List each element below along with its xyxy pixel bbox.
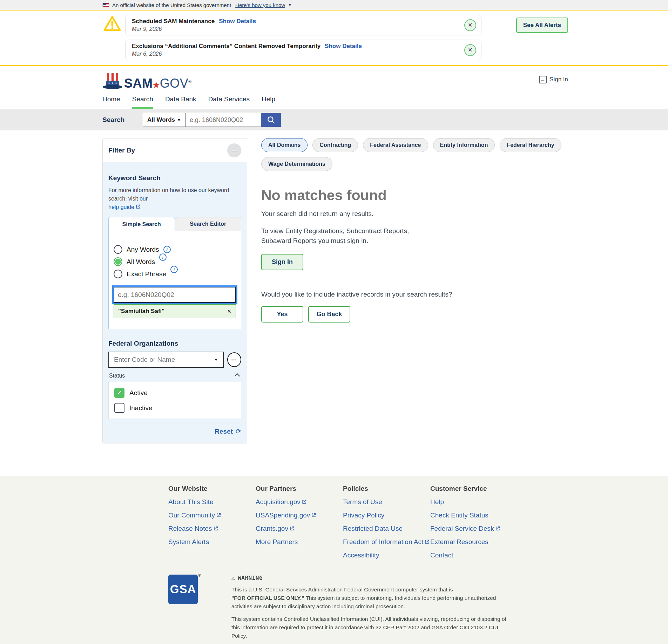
info-icon[interactable]: i — [170, 266, 178, 273]
footer-link-freedom-of-information-act[interactable]: Freedom of Information Act — [343, 538, 430, 546]
select-caret-icon: ▼ — [177, 118, 181, 122]
alert-close-button[interactable]: ✕ — [464, 19, 476, 31]
alert-title: Exclusions “Additional Comments” Content… — [132, 43, 320, 49]
footer-link-federal-service-desk[interactable]: Federal Service Desk — [430, 525, 518, 533]
radio-all-words[interactable] — [114, 257, 122, 266]
alert-box: Scheduled SAM MaintenanceShow DetailsMar… — [125, 15, 481, 35]
reset-filters-link[interactable]: Reset ⟳ — [108, 427, 241, 435]
info-icon[interactable]: i — [163, 246, 171, 253]
filter-collapse-button[interactable]: — — [227, 143, 241, 157]
radio-label: Any Words — [127, 246, 159, 253]
radio-exact-phrase[interactable] — [114, 270, 122, 278]
external-link-icon — [424, 539, 430, 544]
domain-tab-all-domains[interactable]: All Domains — [261, 138, 308, 152]
footer-link-about-this-site[interactable]: About This Site — [168, 498, 256, 506]
domain-tab-wage-determinations[interactable]: Wage Determinations — [261, 157, 332, 171]
signin-top-link[interactable]: ← Sign In — [539, 76, 568, 83]
external-link-icon — [289, 526, 295, 531]
footer-link-more-partners[interactable]: More Partners — [256, 538, 343, 546]
signin-arrow-icon: ← — [539, 76, 547, 83]
footer-link-our-community[interactable]: Our Community — [168, 511, 256, 519]
warning-triangle-icon — [103, 15, 125, 32]
site-header: SAM★GOV® ← Sign In — [0, 66, 668, 90]
warning-paragraph-2: This system contains Controlled Unclassi… — [231, 615, 508, 640]
search-submit-button[interactable] — [261, 113, 281, 127]
domain-tab-federal-assistance[interactable]: Federal Assistance — [363, 138, 428, 152]
tab-search-editor[interactable]: Search Editor — [175, 217, 242, 231]
alert-show-details-link[interactable]: Show Details — [219, 18, 256, 25]
radio-label: All Words — [127, 258, 155, 266]
alert-close-button[interactable]: ✕ — [464, 44, 476, 56]
alert-title-line: Scheduled SAM MaintenanceShow Details — [132, 18, 460, 25]
footer-link-accessibility[interactable]: Accessibility — [343, 551, 430, 559]
nav-item-search[interactable]: Search — [132, 95, 153, 109]
footer-link-system-alerts[interactable]: System Alerts — [168, 538, 256, 546]
status-option-inactive[interactable]: Inactive — [114, 403, 235, 413]
us-flag-icon — [102, 3, 109, 7]
sam-gov-logo[interactable]: SAM★GOV® — [102, 72, 192, 90]
info-icon[interactable]: i — [159, 253, 167, 261]
radio-option-row: All Wordsi — [114, 257, 236, 266]
footer-column: Our WebsiteAbout This SiteOur CommunityR… — [168, 485, 256, 565]
alert-show-details-link[interactable]: Show Details — [325, 43, 362, 49]
search-mode-select[interactable]: All Words ▼ — [143, 113, 185, 127]
footer-link-check-entity-status[interactable]: Check Entity Status — [430, 511, 518, 519]
status-heading: Status — [109, 373, 125, 379]
keyword-input[interactable] — [114, 287, 236, 303]
status-section-toggle[interactable]: Status — [109, 373, 241, 379]
radio-option-row: Any Wordsi — [114, 245, 236, 254]
reset-label: Reset — [215, 428, 233, 435]
filter-panel: Filter By — Keyword Search For more info… — [102, 138, 247, 443]
footer-link-privacy-policy[interactable]: Privacy Policy — [343, 511, 430, 519]
footer-link-terms-of-use[interactable]: Terms of Use — [343, 498, 430, 506]
domain-tab-contracting[interactable]: Contracting — [312, 138, 358, 152]
warning-heading: WARNING — [238, 575, 263, 581]
checkbox-active[interactable]: ✓ — [114, 388, 124, 398]
search-mode-value: All Words — [147, 116, 175, 123]
results-area: All DomainsContractingFederal Assistance… — [261, 138, 570, 323]
external-link-icon — [495, 526, 500, 531]
simple-search-panel: Any WordsiAll WordsiExact Phrasei "Samiu… — [108, 231, 241, 329]
nav-item-data-services[interactable]: Data Services — [208, 95, 250, 109]
footer-link-usaspending-gov[interactable]: USASpending.gov — [256, 511, 343, 519]
warning-paragraph-1: This is a U.S. General Services Administ… — [231, 585, 508, 611]
gov-banner-text: An official website of the United States… — [112, 2, 231, 8]
status-options-box: ✓ActiveInactive — [108, 382, 241, 419]
tab-simple-search[interactable]: Simple Search — [108, 217, 175, 231]
footer-column-heading: Our Partners — [256, 485, 343, 493]
footer-link-help[interactable]: Help — [430, 498, 518, 506]
chevron-down-icon: ▼ — [288, 3, 292, 7]
footer-link-external-resources[interactable]: External Resources — [430, 538, 518, 546]
see-all-alerts-button[interactable]: See All Alerts — [516, 18, 568, 33]
status-option-active[interactable]: ✓Active — [114, 388, 235, 398]
signin-top-label: Sign In — [549, 76, 568, 83]
how-you-know-link[interactable]: Here's how you know — [235, 2, 285, 8]
radio-any-words[interactable] — [114, 245, 122, 254]
footer-link-acquisition-gov[interactable]: Acquisition.gov — [256, 498, 343, 506]
federal-org-combobox[interactable]: Enter Code or Name ▼ — [108, 352, 224, 368]
keyword-search-heading: Keyword Search — [108, 174, 241, 182]
main-nav: HomeSearchData BankData ServicesHelp — [0, 90, 668, 109]
remove-tag-icon[interactable]: ✕ — [227, 308, 231, 314]
external-link-icon — [216, 513, 221, 518]
nav-item-data-bank[interactable]: Data Bank — [165, 95, 196, 109]
domain-tab-federal-hierarchy[interactable]: Federal Hierarchy — [500, 138, 561, 152]
nav-item-help[interactable]: Help — [262, 95, 275, 109]
gsa-logo: GSA® — [168, 575, 198, 604]
nav-item-home[interactable]: Home — [102, 95, 120, 109]
keyword-tag: "Samiullah Safi" ✕ — [114, 304, 236, 318]
footer-link-contact[interactable]: Contact — [430, 551, 518, 559]
signin-button[interactable]: Sign In — [261, 254, 303, 270]
footer-link-restricted-data-use[interactable]: Restricted Data Use — [343, 525, 430, 533]
federal-org-more-button[interactable]: ... — [227, 352, 241, 367]
top-search-input[interactable] — [185, 113, 261, 127]
yes-button[interactable]: Yes — [261, 306, 303, 323]
footer-link-release-notes[interactable]: Release Notes — [168, 525, 256, 533]
alert-icon-slot — [103, 40, 125, 40]
go-back-button[interactable]: Go Back — [308, 306, 350, 323]
domain-tab-entity-information[interactable]: Entity Information — [433, 138, 495, 152]
checkbox-label: Active — [129, 389, 148, 397]
footer-link-grants-gov[interactable]: Grants.gov — [256, 525, 343, 533]
checkbox-inactive[interactable] — [114, 403, 124, 413]
help-guide-link[interactable]: help guide — [108, 204, 134, 210]
